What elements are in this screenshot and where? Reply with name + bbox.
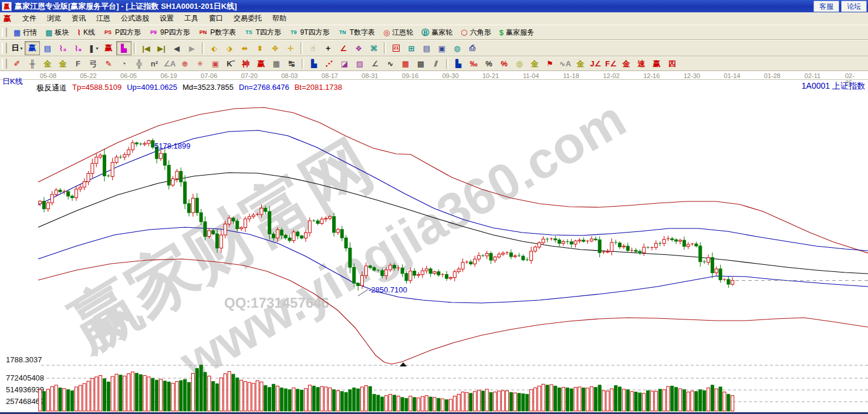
menu-item-2[interactable]: 资讯 xyxy=(66,12,91,25)
save-button[interactable]: ▣ xyxy=(434,41,450,55)
t-square-button[interactable]: TST四方形 xyxy=(240,25,285,39)
purple-fan-tool[interactable]: ◪ xyxy=(337,57,352,71)
chart-area[interactable]: 赢家财富网www.yingjia360.comQQ:17314576461788… xyxy=(0,71,868,414)
red-grid-tool[interactable]: ▦ xyxy=(398,57,413,71)
menu-item-0[interactable]: 文件 xyxy=(17,12,42,25)
scale-chart-tool[interactable]: ▙ xyxy=(306,57,322,71)
winner-service-button[interactable]: $赢家服务 xyxy=(495,25,538,39)
customer-service-button[interactable]: 客服 xyxy=(813,1,839,12)
memo-button[interactable]: ▤ xyxy=(419,41,434,55)
t-digital-button[interactable]: TNT数字表 xyxy=(334,25,379,39)
j-angle-tool[interactable]: J∠ xyxy=(588,57,603,71)
percent-tool[interactable]: % xyxy=(481,57,497,71)
percent-line-tool[interactable]: % xyxy=(497,57,512,71)
info-list-button[interactable]: ▤ xyxy=(40,41,55,55)
speed-angle-tool[interactable]: 速 xyxy=(634,57,649,71)
star-grid-tool[interactable]: ✳ xyxy=(192,57,208,71)
gold-fence2-tool[interactable]: 金 xyxy=(55,57,70,71)
shift-right-button[interactable]: ⬗ xyxy=(222,41,237,55)
time-cycle-tool[interactable]: ◔ xyxy=(116,57,131,71)
fence-tool[interactable]: ╫ xyxy=(25,57,40,71)
menu-item-3[interactable]: 江恩 xyxy=(91,12,116,25)
gold-line2-tool[interactable]: 金 xyxy=(573,57,588,71)
angle-a-tool[interactable]: ∠A xyxy=(162,57,177,71)
menu-item-9[interactable]: 帮助 xyxy=(267,12,292,25)
compass-pencil-tool[interactable]: ✐ xyxy=(9,57,25,71)
v-wave-tool[interactable]: ∿ xyxy=(383,57,398,71)
k9-lines-button[interactable]: ⌇₉ xyxy=(70,41,86,55)
gann-wheel-button[interactable]: ◎江恩轮 xyxy=(379,25,417,39)
menu-item-8[interactable]: 交易委托 xyxy=(228,12,267,25)
grid-123-tool[interactable]: ▦ xyxy=(269,57,284,71)
k-quote-tool[interactable]: K˝ xyxy=(223,57,238,71)
percent-board-tool[interactable]: ▙ xyxy=(451,57,466,71)
calendar-button[interactable]: 21 xyxy=(389,41,404,55)
a-wave-tool[interactable]: ∿A xyxy=(558,57,573,71)
wave-maze-button[interactable]: ⌘ xyxy=(366,41,381,55)
gold-fence-tool[interactable]: 金 xyxy=(40,57,55,71)
kline-chart[interactable]: 赢家财富网www.yingjia360.comQQ:17314576461788… xyxy=(0,71,868,414)
expand-all-button[interactable]: ✛ xyxy=(283,41,298,55)
zoom-horizontal-button[interactable]: ⬌ xyxy=(237,41,252,55)
hexagon-button[interactable]: ⬡六角形 xyxy=(457,25,495,39)
print-button[interactable]: ⎙ xyxy=(465,41,480,55)
gann-shape-button[interactable]: ❖ xyxy=(351,41,366,55)
winner-red-toggle[interactable]: 赢 xyxy=(101,41,116,55)
win-angle-tool[interactable]: 赢 xyxy=(649,57,664,71)
crosshair-tool-button[interactable]: ＋ xyxy=(320,41,336,55)
f-fence-tool[interactable]: F xyxy=(70,57,86,71)
gold-line-tool[interactable]: 金 xyxy=(527,57,542,71)
menu-item-4[interactable]: 公式选股 xyxy=(116,12,154,25)
black-grid-tool[interactable]: ▩ xyxy=(413,57,428,71)
forum-button[interactable]: 论坛 xyxy=(841,1,867,12)
menu-item-1[interactable]: 浏览 xyxy=(42,12,66,25)
p-square-button[interactable]: PSP四方形 xyxy=(99,25,145,39)
indicator-name[interactable]: 极反通道 xyxy=(36,83,67,93)
circle-cross-tool[interactable]: ⊕ xyxy=(177,57,192,71)
menu-item-6[interactable]: 工具 xyxy=(179,12,204,25)
win-grid-tool[interactable]: 赢 xyxy=(254,57,269,71)
n2-grid-tool[interactable]: n² xyxy=(147,57,162,71)
p-digital-button[interactable]: PNP数字表 xyxy=(194,25,241,39)
next-bar-button[interactable]: ▶ xyxy=(184,41,200,55)
quote-button[interactable]: ▦行情 xyxy=(9,25,41,39)
sector-button[interactable]: ▩板块 xyxy=(41,25,73,39)
period-day-selector[interactable]: 日 xyxy=(9,41,25,55)
square-grid-tool[interactable]: ▣ xyxy=(208,57,223,71)
width-arrow-tool[interactable]: ↹ xyxy=(284,57,299,71)
gold-angle-tool[interactable]: 金 xyxy=(619,57,634,71)
network-button[interactable]: ◍ xyxy=(450,41,465,55)
red-fan-tool[interactable]: ⋰ xyxy=(322,57,337,71)
menu-item-7[interactable]: 窗口 xyxy=(204,12,228,25)
red-pencil-grid-tool[interactable]: ✎ xyxy=(101,57,116,71)
candle-style-selector[interactable]: ❚ xyxy=(86,41,101,55)
fence2-tool[interactable]: ╬ xyxy=(131,57,147,71)
purple-fan2-tool[interactable]: ▨ xyxy=(352,57,367,71)
k3-lines-button[interactable]: ⌇₃ xyxy=(55,41,70,55)
f-angle-tool[interactable]: F∠ xyxy=(603,57,619,71)
volume-style-button[interactable]: ▙ xyxy=(116,41,131,55)
winner-wheel-button[interactable]: Ⓑ赢家轮 xyxy=(417,25,457,39)
hand-tool-button[interactable]: ☝ xyxy=(305,41,320,55)
bow-fence-tool[interactable]: 弓 xyxy=(86,57,101,71)
calculator-button[interactable]: ⊞ xyxy=(404,41,419,55)
zoom-vertical-button[interactable]: ⬍ xyxy=(252,41,268,55)
zoom-all-button[interactable]: ✥ xyxy=(268,41,283,55)
shift-left-button[interactable]: ⬖ xyxy=(207,41,222,55)
gold-circle-tool[interactable]: ◎ xyxy=(512,57,527,71)
angle-fan-tool[interactable]: ∠ xyxy=(367,57,383,71)
angle-measure-button[interactable]: ∠ xyxy=(336,41,351,55)
parallel-lines-tool[interactable]: ⫽ xyxy=(428,57,444,71)
kline-button[interactable]: ⌇K线 xyxy=(73,25,99,39)
goto-last-button[interactable]: ▶| xyxy=(154,41,169,55)
winner-chart-toggle[interactable]: 赢 xyxy=(25,41,40,55)
t9-square-button[interactable]: T99T四方形 xyxy=(285,25,334,39)
four-angle-tool[interactable]: 四 xyxy=(664,57,680,71)
p9-square-button[interactable]: P99P四方形 xyxy=(145,25,194,39)
menu-item-5[interactable]: 设置 xyxy=(154,12,179,25)
goto-first-button[interactable]: |◀ xyxy=(139,41,154,55)
prev-bar-button[interactable]: ◀ xyxy=(169,41,184,55)
shen-grid-tool[interactable]: 神 xyxy=(238,57,254,71)
seven-percent-tool[interactable]: ‰ xyxy=(466,57,481,71)
flag-pencil-tool[interactable]: ⚑ xyxy=(542,57,558,71)
